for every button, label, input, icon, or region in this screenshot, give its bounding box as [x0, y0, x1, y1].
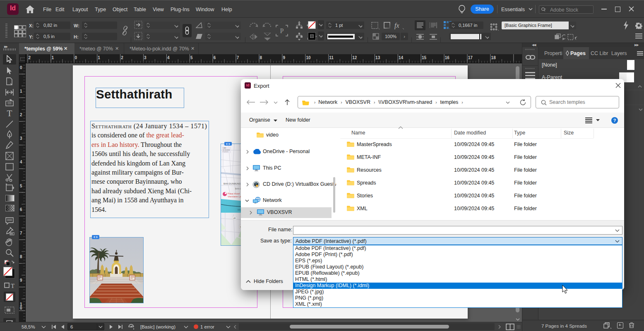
svg-text:Kanlem: Kanlem — [223, 151, 228, 153]
svg-text:T: T — [11, 283, 14, 288]
svg-text:ph: ph — [233, 217, 236, 219]
svg-text:fx: fx — [394, 22, 399, 29]
svg-text:Pasa Hotel: Pasa Hotel — [228, 192, 240, 195]
svg-text:BAN DUNMUNG: BAN DUNMUNG — [223, 182, 241, 185]
svg-text:T: T — [7, 109, 12, 118]
svg-text:P: P — [280, 27, 284, 34]
